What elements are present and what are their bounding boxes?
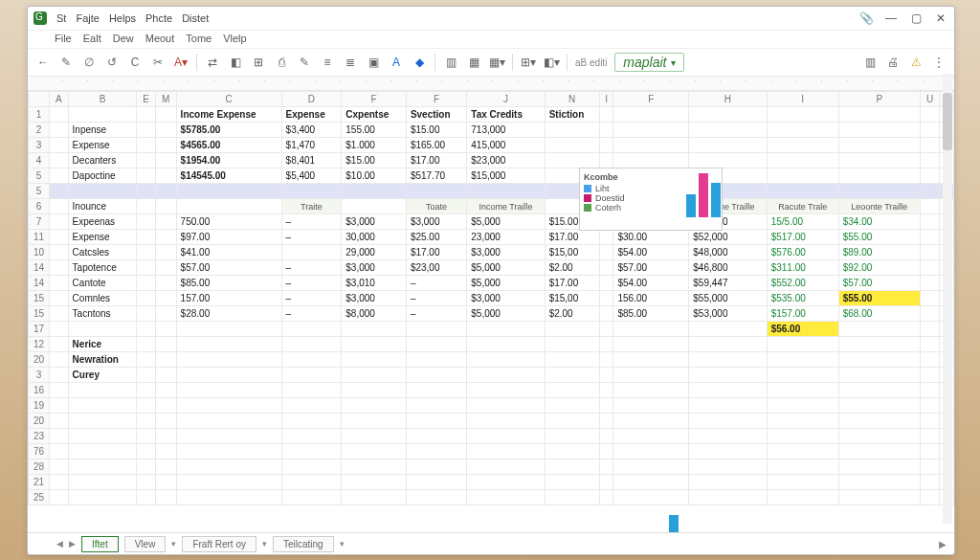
- table-row[interactable]: 3Curey: [29, 368, 954, 383]
- cell[interactable]: [50, 322, 69, 337]
- cell[interactable]: $57.00: [176, 260, 281, 276]
- row-header[interactable]: 20: [29, 414, 50, 429]
- cell[interactable]: [467, 490, 545, 505]
- cell[interactable]: $15,00: [545, 291, 599, 306]
- cell[interactable]: –: [281, 276, 342, 291]
- cell[interactable]: [838, 337, 920, 352]
- cell[interactable]: [920, 153, 939, 168]
- cell[interactable]: [838, 138, 920, 153]
- cell[interactable]: [68, 459, 137, 475]
- cell[interactable]: [920, 459, 939, 475]
- cell[interactable]: [68, 322, 137, 337]
- cell[interactable]: Tapotence: [68, 260, 137, 276]
- cell[interactable]: [920, 276, 939, 291]
- cell[interactable]: [545, 153, 599, 168]
- cell[interactable]: [545, 398, 599, 414]
- row-header[interactable]: 15: [29, 306, 50, 322]
- edit-icon[interactable]: ✎: [58, 55, 74, 70]
- cell[interactable]: [599, 383, 613, 398]
- sheet-grid[interactable]: ABEMCDFFJNIFHIPUI 1Income ExpenseExpense…: [28, 91, 954, 505]
- cell[interactable]: [467, 398, 545, 414]
- cell[interactable]: [68, 383, 137, 398]
- cell[interactable]: [767, 337, 838, 352]
- cell[interactable]: [137, 214, 156, 230]
- cell[interactable]: [137, 444, 156, 459]
- cell[interactable]: [176, 444, 281, 459]
- cell[interactable]: [176, 398, 281, 414]
- cell[interactable]: [137, 153, 156, 168]
- cell[interactable]: [155, 429, 176, 444]
- cell[interactable]: $2.00: [545, 260, 599, 276]
- cell[interactable]: 155.00: [342, 123, 407, 138]
- cell[interactable]: [155, 107, 176, 123]
- row-header[interactable]: 10: [29, 245, 50, 260]
- cell[interactable]: [689, 429, 767, 444]
- cell[interactable]: [155, 138, 176, 153]
- cell[interactable]: [137, 260, 156, 276]
- table-row[interactable]: 19: [29, 398, 954, 414]
- cell[interactable]: $5,000: [467, 214, 545, 230]
- column-header[interactable]: I: [599, 92, 613, 107]
- cell[interactable]: Income Traille: [467, 199, 545, 214]
- cell[interactable]: [137, 490, 156, 505]
- cell[interactable]: [176, 490, 281, 505]
- cell[interactable]: [599, 107, 613, 123]
- menu-help[interactable]: Vlelp: [223, 33, 246, 44]
- cell[interactable]: $5,000: [467, 260, 545, 276]
- cell[interactable]: [599, 459, 613, 475]
- row-header[interactable]: 76: [29, 444, 50, 459]
- cell[interactable]: [281, 245, 342, 260]
- cell[interactable]: [689, 414, 767, 429]
- cell[interactable]: [342, 383, 407, 398]
- cell[interactable]: Racute Trale: [767, 199, 838, 214]
- cell[interactable]: [838, 383, 920, 398]
- cell[interactable]: [176, 475, 281, 490]
- cell[interactable]: [838, 168, 920, 184]
- cell[interactable]: [406, 444, 466, 459]
- cell[interactable]: $3,400: [281, 123, 342, 138]
- cell[interactable]: [68, 475, 137, 490]
- cell[interactable]: $517.00: [767, 230, 838, 245]
- row-header[interactable]: 3: [29, 368, 50, 383]
- cell[interactable]: [137, 429, 156, 444]
- cell[interactable]: [545, 123, 599, 138]
- row-header[interactable]: 19: [29, 398, 50, 414]
- cell[interactable]: [467, 429, 545, 444]
- menu-view[interactable]: Dew: [113, 33, 134, 44]
- row-header[interactable]: 14: [29, 260, 50, 276]
- cell[interactable]: Nerice: [68, 337, 137, 352]
- table-row[interactable]: 28: [29, 459, 954, 475]
- cell[interactable]: [342, 398, 407, 414]
- cell[interactable]: $92.00: [838, 260, 920, 276]
- cell[interactable]: $3,000: [342, 291, 407, 306]
- cell[interactable]: [920, 245, 939, 260]
- table-row[interactable]: 20: [29, 414, 954, 429]
- cell[interactable]: $54.00: [613, 276, 689, 291]
- menu-item[interactable]: Fajte: [76, 12, 99, 24]
- cell[interactable]: [545, 368, 599, 383]
- cell[interactable]: [176, 337, 281, 352]
- cell[interactable]: [176, 429, 281, 444]
- cell[interactable]: 750.00: [176, 214, 281, 230]
- cell[interactable]: [599, 291, 613, 306]
- cell[interactable]: [767, 138, 838, 153]
- table-row[interactable]: 4Decanters$1954.00$8,401$15.00$17.00$23,…: [29, 153, 954, 168]
- cell[interactable]: [50, 306, 69, 322]
- cell[interactable]: $3,000: [467, 245, 545, 260]
- cell[interactable]: $59,447: [689, 276, 767, 291]
- cell[interactable]: [155, 260, 176, 276]
- cell[interactable]: [467, 368, 545, 383]
- cell[interactable]: $552.00: [767, 276, 838, 291]
- tab-menu-icon[interactable]: ▾: [262, 539, 267, 549]
- cell[interactable]: [155, 291, 176, 306]
- cell[interactable]: [467, 444, 545, 459]
- column-header[interactable]: P: [838, 92, 920, 107]
- table-row[interactable]: 1Income ExpenseExpenseCxpentseSvectionTa…: [29, 107, 954, 123]
- cell[interactable]: [155, 306, 176, 322]
- cell[interactable]: [50, 214, 69, 230]
- cell[interactable]: [68, 398, 137, 414]
- insert-table-icon[interactable]: ⊞▾: [521, 55, 536, 70]
- menu-edit[interactable]: Ealt: [83, 33, 101, 44]
- cell[interactable]: $85.00: [176, 276, 281, 291]
- table-row[interactable]: 23: [29, 429, 954, 444]
